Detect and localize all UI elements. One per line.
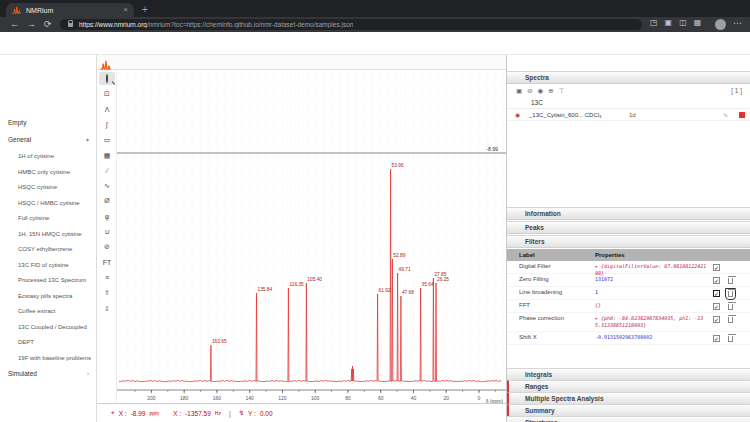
processing-icon[interactable]: ∿ (723, 111, 728, 118)
tab-13c[interactable]: 13C (531, 99, 543, 106)
fft-tool[interactable]: FT (99, 256, 115, 269)
caret-icon: › (87, 370, 89, 376)
filter-checkbox[interactable]: ✓ (713, 335, 720, 342)
filter-checkbox[interactable]: ✓ (713, 277, 720, 284)
spectrum-canvas[interactable]: 200180160140120100806040200δ (ppm)163.65… (117, 70, 506, 403)
sidebar-item-13c-coupled-decoupled[interactable]: 13C Coupled / Decoupled (0, 324, 96, 338)
zoom-out-tool[interactable]: ⊡ (99, 87, 115, 100)
peak-picking-tool[interactable]: Λ (99, 103, 115, 116)
sidebar-section-empty[interactable]: Empty (0, 119, 96, 133)
sidebar-item-1h-of-cytisine[interactable]: 1H of cytisine (0, 153, 96, 167)
sidebar-item-cosy-ethylbenzene[interactable]: COSY ethylbenzene (0, 246, 96, 260)
sidebar-item-processed-13c-spectrum[interactable]: Processed 13C Spectrum (0, 277, 96, 291)
range-picking-tool[interactable]: ▭ (99, 133, 115, 146)
extension-icon-1[interactable]: ◳ (650, 18, 658, 27)
caret-icon: ▾ (86, 136, 89, 143)
sidebar-item-hsqc-hmbc-cytisine[interactable]: HSQC / HMBC cytisine (0, 200, 96, 214)
browser-tab[interactable]: NMRium × (6, 3, 134, 17)
filter-label: Phase correction (519, 315, 564, 321)
spectrum-color-swatch[interactable] (739, 112, 745, 118)
trash-icon[interactable] (728, 278, 733, 284)
browser-menu-icon[interactable]: ⋯ (733, 18, 742, 28)
tab-close-icon[interactable]: × (123, 6, 128, 14)
filter-row-phase-correction: Phase correction▸ {ph0: -84.823629678349… (507, 313, 750, 332)
nmrium-favicon (12, 6, 21, 15)
sidebar-item-1h-15n-hmqc-cytisine[interactable]: 1H, 15N HMQC cytisine (0, 231, 96, 245)
extension-icon-4[interactable]: ▦ (694, 18, 702, 27)
sidebar-item-dept[interactable]: DEPT (0, 339, 96, 353)
sidebar-item-full-cytisine[interactable]: Full cytisine (0, 215, 96, 229)
visibility-icon[interactable]: ◉ (538, 87, 544, 95)
svg-text:200: 200 (147, 395, 156, 401)
zoom-tool[interactable] (99, 72, 115, 85)
status-footer: ⌖ X : -8.99 ppm X : -1357.59 Hz | ↯ Y : … (97, 403, 506, 422)
filter-checkbox[interactable]: ✓ (713, 303, 720, 310)
filter-checkbox[interactable]: ✓ (713, 316, 720, 323)
multiple-spectra-tool[interactable]: ≡ (99, 271, 115, 284)
sidebar-item-hmbc-only-cytisine[interactable]: HMBC only cytisine (0, 169, 96, 183)
accordion-filters[interactable]: Filters (507, 235, 750, 248)
sidebar-section-simulated[interactable]: Simulated› (0, 370, 96, 384)
peak-label: 47.68 (402, 290, 414, 295)
filter-row-digital-filter: Digital Filter▸ {digitalFilterValue: 67.… (507, 261, 750, 274)
accordion-peaks[interactable]: Peaks (507, 221, 750, 234)
sidebar-item-coffee-extract[interactable]: Coffee extract (0, 308, 96, 322)
hide-all-icon[interactable]: ⊘ (527, 87, 532, 95)
filter-row-zero-filling: Zero Filling131072✓ (507, 274, 750, 287)
exclusion-zones-tool[interactable]: ⊘ (99, 240, 115, 253)
filter-checkbox[interactable]: ✓ (713, 264, 720, 271)
filter-row-line-broadening: Line broadening1✓ (507, 287, 750, 300)
sidebar-item-ecstasy-pills-spectra[interactable]: Ecstasy pills spectra (0, 293, 96, 307)
filter-row-shift-x: Shift X-0.9131502963708002✓ (507, 332, 750, 345)
export-tool[interactable]: ⇩ (99, 302, 115, 315)
slicing-tool[interactable]: ∕ (99, 164, 115, 177)
recolor-icon[interactable]: ⊤ (559, 87, 565, 95)
filter-value: -0.9131502963708002 (595, 334, 709, 341)
svg-text:0: 0 (478, 395, 481, 401)
baseline-correction-tool[interactable]: ∪ (99, 225, 115, 238)
sidebar-item-hsqc-cytisine[interactable]: HSQC cytisine (0, 184, 96, 198)
import-tool[interactable]: ⇧ (99, 286, 115, 299)
extension-icon-2[interactable]: ▣ (665, 18, 673, 27)
trash-icon[interactable] (728, 336, 733, 342)
accordion-structures[interactable]: Structures (507, 416, 750, 422)
trash-icon[interactable] (728, 291, 733, 297)
forward-button[interactable]: → (27, 19, 36, 29)
magnifier-icon (106, 74, 108, 83)
tool-strip: ⊡Λ∫▭▦∕∿Øφ∪⊘FT≡⇧⇩ (97, 70, 117, 403)
x-ppm-value: -8.99 (131, 410, 146, 417)
filter-label: FFT (519, 302, 530, 308)
back-button[interactable]: ← (10, 19, 19, 29)
extension-icon-3[interactable]: ◫ (679, 18, 687, 27)
footer-separator: | (229, 410, 231, 417)
filters-table-header: Label Properties (507, 249, 750, 261)
sidebar-item-13c-fid-of-cytisine[interactable]: 13C FID of cytisine (0, 262, 96, 276)
new-tab-button[interactable]: + (142, 3, 148, 16)
url-bar[interactable]: https://www.nmrium.org/nmrium?toc=https:… (60, 19, 642, 30)
url-text: https://www.nmrium.org/nmrium?toc=https:… (79, 21, 353, 28)
filter-checkbox[interactable]: ✓ (713, 290, 720, 297)
phase-correction-tool[interactable]: φ (99, 210, 115, 223)
profile-avatar[interactable] (715, 19, 726, 30)
zone-picking-tool[interactable]: ▦ (99, 149, 115, 162)
sidebar-item-19f-with-baseline-problems[interactable]: 19F with baseline problems (0, 355, 96, 369)
filter-value: ▸ {ph0: -84.82362967834935, ph1: -135.31… (595, 315, 709, 328)
add-spectrum-icon[interactable]: ⊕ (548, 87, 553, 95)
filter-value: 131072 (595, 276, 709, 283)
trash-icon[interactable] (728, 304, 733, 310)
peak-label: 163.65 (212, 339, 227, 344)
spectrum-row[interactable]: ◉ _13C_Cytisin_600... CDCl₃ 1d ∿ (507, 109, 750, 121)
sidebar-section-general[interactable]: General▾ (0, 136, 96, 150)
peak-label: 61.92 (379, 288, 391, 293)
x-hz-value: -1357.59 (185, 410, 211, 417)
accordion-spectra[interactable]: Spectra (507, 71, 750, 84)
integral-tool[interactable]: ∫ (99, 118, 115, 131)
zero-filling-tool[interactable]: Ø (99, 194, 115, 207)
accordion-information[interactable]: Information (507, 207, 750, 220)
list-icon[interactable]: ▣ (516, 87, 522, 95)
reload-button[interactable]: ⟳ (44, 19, 52, 29)
filter-value: {} (595, 302, 709, 309)
apodization-tool[interactable]: ∿ (99, 179, 115, 192)
trash-icon[interactable] (728, 317, 733, 323)
visibility-eye-icon[interactable]: ◉ (515, 111, 520, 118)
